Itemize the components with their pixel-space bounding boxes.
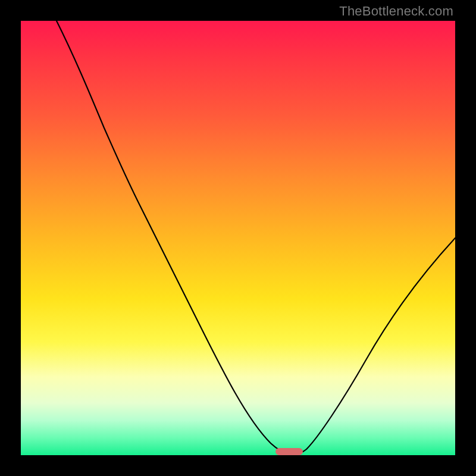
plot-area — [21, 21, 455, 455]
bottleneck-curve — [21, 21, 455, 455]
minimum-marker — [275, 448, 303, 455]
curve-path — [57, 21, 455, 455]
watermark-text: TheBottleneck.com — [339, 4, 453, 19]
chart-frame: TheBottleneck.com — [0, 0, 476, 476]
